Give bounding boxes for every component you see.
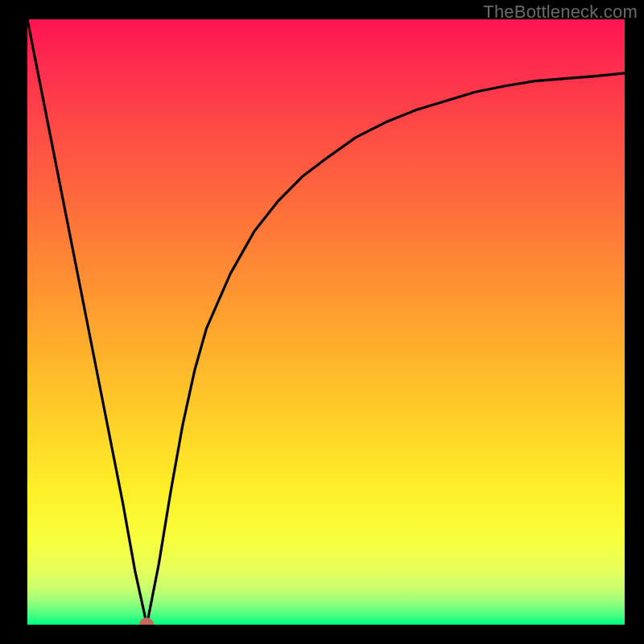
curve-line bbox=[27, 19, 625, 625]
chart-canvas: TheBottleneck.com bbox=[0, 0, 644, 644]
curve-svg bbox=[27, 19, 625, 625]
plot-area bbox=[27, 19, 625, 625]
watermark-text: TheBottleneck.com bbox=[483, 2, 638, 23]
